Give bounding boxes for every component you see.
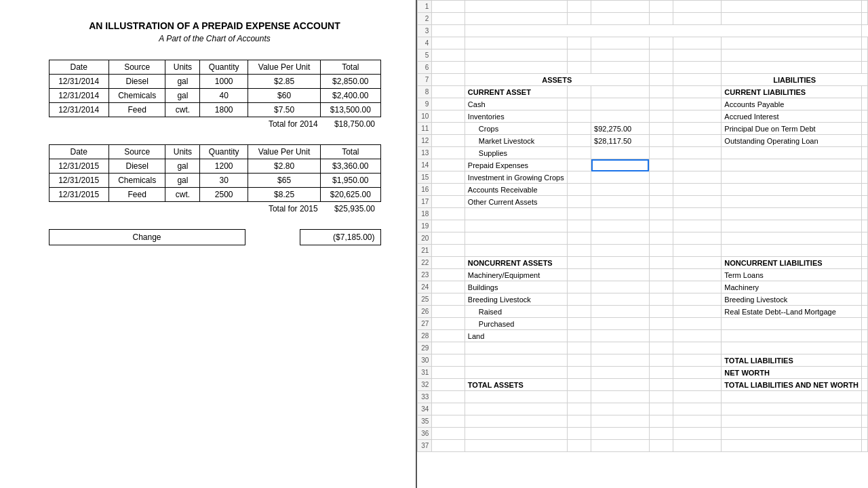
sheet-row: 7ASSETSLIABILITIES: [418, 74, 868, 86]
table-row: 12/31/2015Feedcwt.2500$8.25$20,625.00: [49, 188, 380, 202]
sheet-row: 19: [418, 220, 868, 232]
left-panel: AN ILLUSTRATION OF A PREPAID EXPENSE ACC…: [0, 0, 417, 488]
sheet-row: 27Purchased: [418, 318, 868, 330]
col-vpu-2015: Value Per Unit: [248, 145, 321, 159]
sheet-row: 18: [418, 208, 868, 220]
sheet-row: 14Prepaid Expenses: [418, 159, 868, 171]
change-label: Change: [49, 229, 245, 245]
total-2015-value: $25,935.00: [321, 202, 380, 216]
main-title: AN ILLUSTRATION OF A PREPAID EXPENSE ACC…: [27, 20, 402, 31]
sheet-row: 16Accounts Receivable: [418, 184, 868, 196]
sheet-row: 5: [418, 49, 868, 62]
total-2014-label: Total for 2014: [200, 117, 321, 131]
sheet-row: 13Supplies: [418, 147, 868, 159]
sheet-row: 28Land: [418, 330, 868, 342]
table-row: 12/31/2015Chemicalsgal30$65$1,950.00: [49, 174, 380, 188]
col-total-2014: Total: [321, 60, 380, 75]
table-2015: Date Source Units Quantity Value Per Uni…: [49, 144, 381, 216]
sheet-row: 17Other Current Assets: [418, 196, 868, 208]
sheet-row: 2: [418, 13, 868, 25]
table-2014: Date Source Units Quantity Value Per Uni…: [49, 60, 381, 131]
sheet-row: 10InventoriesAccrued Interest: [418, 110, 868, 123]
sheet-row: 29: [418, 342, 868, 354]
sheet-row: 20: [418, 232, 868, 245]
col-qty-2015: Quantity: [200, 145, 248, 159]
sheet-row: 21: [418, 245, 868, 257]
col-date-2015: Date: [49, 145, 108, 159]
sheet-row: 33: [418, 391, 868, 403]
change-section: Change ($7,185.00): [49, 229, 381, 245]
col-qty-2014: Quantity: [200, 60, 248, 75]
sheet-row: 9CashAccounts Payable: [418, 98, 868, 110]
sheet-row: 24BuildingsMachinery: [418, 281, 868, 293]
col-units-2014: Units: [165, 60, 200, 75]
sheet-row: 11Crops$92,275.00Principal Due on Term D…: [418, 123, 868, 135]
sheet-row: 25Breeding LivestockBreeding Livestock: [418, 293, 868, 306]
sheet-row: 35: [418, 415, 868, 428]
sheet-row: 32TOTAL ASSETSTOTAL LIABILITIES AND NET …: [418, 379, 868, 391]
spreadsheet[interactable]: 1234567ASSETSLIABILITIES8CURRENT ASSETCU…: [417, 0, 868, 488]
sheet-row: 12Market Livestock$28,117.50Outstanding …: [418, 135, 868, 147]
sheet-row: 8CURRENT ASSETCURRENT LIABILITIES: [418, 86, 868, 98]
sheet-row: 22NONCURRENT ASSETSNONCURRENT LIABILITIE…: [418, 257, 868, 269]
table-row: 12/31/2014Dieselgal1000$2.85$2,850.00: [49, 75, 380, 89]
total-2014-value: $18,750.00: [321, 117, 380, 131]
sheet-row: 34: [418, 403, 868, 415]
sheet-table: 1234567ASSETSLIABILITIES8CURRENT ASSETCU…: [417, 0, 868, 452]
col-source-2015: Source: [108, 145, 165, 159]
col-date-2014: Date: [49, 60, 108, 75]
sub-title: A Part of the Chart of Accounts: [27, 34, 402, 43]
right-panel: 1234567ASSETSLIABILITIES8CURRENT ASSETCU…: [417, 0, 868, 488]
sheet-row: 4: [418, 37, 868, 49]
sheet-row: 3: [418, 25, 868, 37]
sheet-row: 37: [418, 440, 868, 452]
table-row: 12/31/2014Chemicalsgal40$60$2,400.00: [49, 89, 380, 103]
table-row: 12/31/2015Dieselgal1200$2.80$3,360.00: [49, 159, 380, 174]
total-2015-label: Total for 2015: [200, 202, 321, 216]
sheet-row: 6: [418, 62, 868, 74]
col-vpu-2014: Value Per Unit: [248, 60, 321, 75]
sheet-row: 26RaisedReal Estate Debt--Land Mortgage: [418, 306, 868, 318]
sheet-row: 31NET WORTH: [418, 367, 868, 379]
col-units-2015: Units: [165, 145, 200, 159]
change-value: ($7,185.00): [300, 229, 381, 245]
sheet-row: 15Investment in Growing Crops: [418, 171, 868, 184]
col-source-2014: Source: [108, 60, 165, 75]
sheet-row: 1: [418, 1, 868, 13]
sheet-row: 30TOTAL LIABILITIES: [418, 354, 868, 367]
sheet-row: 23Machinery/EquipmentTerm Loans: [418, 269, 868, 281]
table-row: 12/31/2014Feedcwt.1800$7.50$13,500.00: [49, 103, 380, 117]
col-total-2015: Total: [321, 145, 380, 159]
sheet-row: 36: [418, 428, 868, 440]
